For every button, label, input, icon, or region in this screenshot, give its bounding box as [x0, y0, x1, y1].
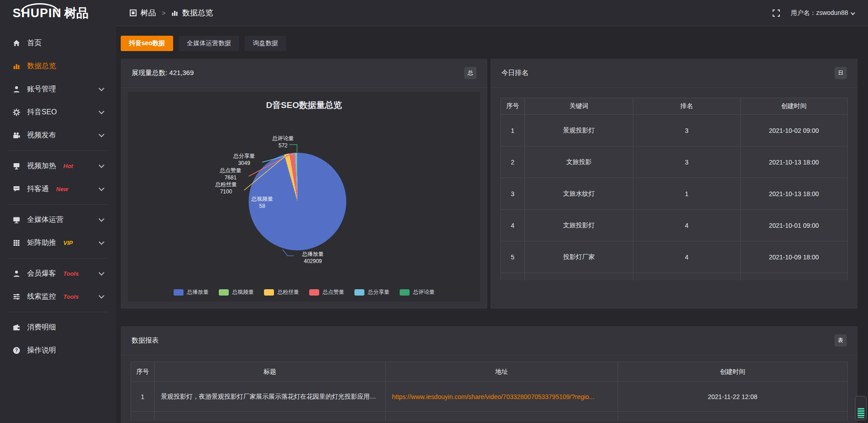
- scroll-widget[interactable]: [855, 396, 867, 420]
- video-link[interactable]: https://www.iesdouyin.com/share/video/70…: [392, 393, 594, 400]
- table-row-partial: [501, 273, 848, 280]
- sidebar-item-douyin-seo[interactable]: 抖音SEO: [0, 101, 116, 124]
- chevron-down-icon: [99, 185, 104, 191]
- tab-omnimedia-data[interactable]: 全媒体运营数据: [179, 36, 239, 51]
- table-row[interactable]: 4文旅投影灯42021-10-01 09:00: [501, 210, 848, 241]
- chevron-down-icon: [851, 11, 855, 15]
- video-camera-icon: [13, 132, 20, 139]
- legend-item-videos[interactable]: 总视频量: [219, 288, 254, 296]
- user-menu[interactable]: 用户名：zswodun88: [791, 9, 854, 17]
- table-row[interactable]: 1 景观投影灯，夜游景观投影灯厂家展示展示落花灯在花园里的灯光投影应用效果 # …: [131, 382, 848, 412]
- sidebar-item-label: 首页: [27, 38, 42, 48]
- chevron-down-icon: [99, 108, 104, 114]
- tab-bar: 抖音seo数据 全媒体运营数据 询盘数据: [121, 36, 286, 51]
- help-icon: ?: [13, 347, 20, 354]
- tab-inquiry-data[interactable]: 询盘数据: [245, 36, 286, 51]
- board-icon: [13, 162, 20, 170]
- grid-icon: [13, 239, 20, 247]
- sidebar-item-expense-detail[interactable]: 消费明细: [0, 316, 116, 339]
- breadcrumb-item-current[interactable]: 数据总览: [182, 8, 213, 18]
- sidebar-item-video-heat[interactable]: 视频加热 Hot: [0, 155, 116, 178]
- pie-label-shares: 总分享量3049: [225, 152, 264, 167]
- sidebar-item-home[interactable]: 首页: [0, 32, 116, 55]
- overview-panel-header: 展现量总数: 421,369 总: [121, 59, 487, 88]
- sidebar-item-lead-monitor[interactable]: 线索监控 Tools: [0, 285, 116, 308]
- legend-swatch: [174, 289, 184, 296]
- legend-swatch: [264, 289, 274, 296]
- col-header-url: 地址: [386, 362, 618, 382]
- col-header-time: 创建时间: [741, 98, 848, 115]
- vip-badge: VIP: [63, 240, 73, 246]
- topbar-right: 用户名：zswodun88: [773, 9, 854, 17]
- total-toggle-button[interactable]: 总: [464, 67, 476, 79]
- menu-divider: [8, 258, 108, 258]
- legend-item-comments[interactable]: 总评论量: [400, 288, 435, 296]
- bar-chart-icon: [13, 62, 20, 70]
- sidebar-item-label: 视频发布: [27, 131, 56, 140]
- table-row[interactable]: 1景观投影灯32021-10-02 09:00: [501, 115, 848, 146]
- legend-item-shares[interactable]: 总分享量: [354, 288, 390, 296]
- sidebar-item-matrix-boost[interactable]: 矩阵助推 VIP: [0, 231, 116, 254]
- svg-text:?: ?: [15, 348, 18, 353]
- menu-divider: [8, 312, 108, 312]
- tab-douyin-seo-data[interactable]: 抖音seo数据: [121, 36, 173, 51]
- table-header-row: 序号 关键词 排名 创建时间: [501, 98, 848, 115]
- report-panel-header: 数据报表 表: [121, 326, 858, 355]
- chevron-down-icon: [99, 162, 104, 168]
- sidebar-item-label: 线索监控: [27, 292, 56, 301]
- chevron-down-icon: [99, 216, 104, 222]
- menu-divider: [8, 204, 108, 205]
- report-panel-title: 数据报表: [132, 336, 159, 345]
- sidebar-item-member-burst[interactable]: 会员爆客 Tools: [0, 262, 116, 285]
- sidebar-item-label: 会员爆客: [27, 269, 56, 278]
- scroll-thumb[interactable]: [858, 408, 864, 418]
- pie-label-plays: 总播放量402909: [293, 250, 332, 265]
- pie-chart: D音SEO数据量总览 总评论量572 总分享量3049 总点赞量7681 总粉丝…: [128, 92, 480, 301]
- pie-label-likes: 总点赞量7681: [211, 167, 250, 181]
- sidebar-item-omnimedia[interactable]: 全媒体运营: [0, 208, 116, 231]
- table-toggle-button[interactable]: 表: [835, 334, 847, 347]
- table-row-partial: [131, 412, 848, 421]
- monitor-icon: [13, 216, 20, 224]
- sidebar-item-label: 操作说明: [27, 346, 56, 355]
- sidebar-item-douketong[interactable]: 抖客通 New: [0, 178, 116, 201]
- logo-cjk-text: 树品: [64, 5, 89, 21]
- tools-badge: Tools: [63, 270, 79, 277]
- sidebar-item-video-publish[interactable]: 视频发布: [0, 124, 116, 147]
- sidebar-item-label: 抖客通: [27, 184, 49, 194]
- legend-swatch: [400, 289, 410, 296]
- sidebar-item-help[interactable]: ? 操作说明: [0, 339, 116, 362]
- breadcrumb: 树品 > 数据总览: [130, 8, 213, 18]
- chart-title: D音SEO数据量总览: [128, 99, 480, 111]
- day-toggle-button[interactable]: 日: [835, 67, 847, 79]
- table-row[interactable]: 2文旅投影32021-10-13 18:00: [501, 146, 848, 178]
- logo-latin-text: SHUPIN: [13, 6, 61, 20]
- home-icon: [13, 39, 20, 47]
- table-row[interactable]: 5投影灯厂家42021-10-09 18:00: [501, 241, 848, 273]
- chart-legend: 总播放量 总视频量 总粉丝量 总点赞量 总分享量 总评论量: [128, 288, 480, 296]
- chevron-down-icon: [99, 270, 104, 276]
- col-header-rank: 排名: [633, 98, 741, 115]
- legend-item-likes[interactable]: 总点赞量: [309, 288, 344, 296]
- sidebar: SHUPIN 树品 首页 数据总览 账号管理 抖音SEO: [0, 0, 116, 423]
- col-header-no: 序号: [501, 98, 525, 115]
- breadcrumb-item-root[interactable]: 树品: [141, 8, 156, 18]
- menu-divider: [8, 150, 108, 151]
- table-row[interactable]: 3文旅水纹灯12021-10-13 18:00: [501, 178, 848, 210]
- sidebar-item-label: 全媒体运营: [27, 215, 63, 225]
- username-label: 用户名：zswodun88: [791, 9, 848, 17]
- wallet-icon: [13, 324, 20, 331]
- legend-item-fans[interactable]: 总粉丝量: [264, 288, 299, 296]
- bar-chart-icon: [171, 9, 178, 16]
- today-rank-table: 序号 关键词 排名 创建时间 1景观投影灯32021-10-02 09:00 2…: [500, 98, 848, 280]
- table-header-row: 序号 标题 地址 创建时间: [131, 362, 848, 382]
- legend-swatch: [354, 289, 364, 296]
- fullscreen-icon[interactable]: [773, 9, 780, 17]
- legend-item-plays[interactable]: 总播放量: [174, 288, 209, 296]
- top-bar: 树品 > 数据总览 用户名：zswodun88: [116, 0, 868, 26]
- sidebar-item-label: 矩阵助推: [27, 238, 56, 248]
- chevron-down-icon: [99, 132, 104, 137]
- sidebar-item-data-overview[interactable]: 数据总览: [0, 55, 116, 78]
- app-window: SHUPIN 树品 首页 数据总览 账号管理 抖音SEO: [0, 0, 868, 423]
- sidebar-item-account[interactable]: 账号管理: [0, 78, 116, 101]
